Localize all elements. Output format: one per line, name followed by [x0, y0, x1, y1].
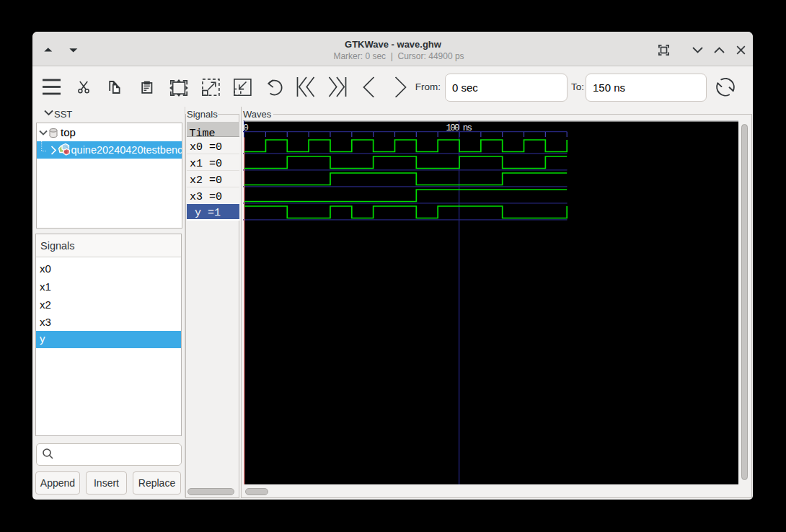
svg-text:100 ns: 100 ns — [446, 123, 472, 133]
